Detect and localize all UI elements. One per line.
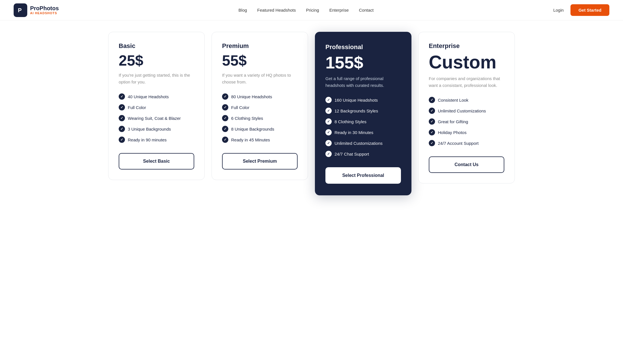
check-icon <box>222 93 228 100</box>
feature-item: 160 Unique Headshots <box>325 97 401 103</box>
plan-name-professional: Professional <box>325 43 401 51</box>
feature-list-professional: 160 Unique Headshots 12 Backgrounds Styl… <box>325 97 401 157</box>
nav-login[interactable]: Login <box>553 8 564 12</box>
feature-item: Consistent Look <box>429 97 504 103</box>
check-icon <box>325 108 332 114</box>
feature-text: 6 Clothing Styles <box>231 116 263 121</box>
feature-text: Full Color <box>231 105 249 110</box>
feature-text: Wearing Suit, Coat & Blazer <box>128 116 181 121</box>
navbar: P ProPhotos AI HEADSHOTS Blog Featured H… <box>0 0 623 20</box>
get-started-button[interactable]: Get Started <box>570 4 609 16</box>
feature-text: 8 Unique Backgrounds <box>231 127 274 131</box>
feature-item: Ready in 30 Minutes <box>325 129 401 135</box>
feature-item: Full Color <box>222 104 298 110</box>
check-icon <box>429 118 435 125</box>
plan-price-basic: 25$ <box>119 53 194 68</box>
check-icon <box>222 137 228 143</box>
feature-list-basic: 40 Unique Headshots Full Color Wearing S… <box>119 93 194 143</box>
check-icon <box>222 115 228 121</box>
logo-subtitle: AI HEADSHOTS <box>30 11 59 15</box>
feature-text: Holiday Photos <box>438 130 467 135</box>
feature-text: 40 Unique Headshots <box>128 94 169 99</box>
feature-item: Great for Gifting <box>429 118 504 125</box>
feature-list-premium: 80 Unique Headshots Full Color 6 Clothin… <box>222 93 298 143</box>
feature-item: Holiday Photos <box>429 129 504 135</box>
logo-text: ProPhotos AI HEADSHOTS <box>30 5 59 15</box>
feature-text: Ready in 90 minutes <box>128 137 167 142</box>
check-icon <box>429 108 435 114</box>
feature-list-enterprise: Consistent Look Unlimited Customizations… <box>429 97 504 146</box>
feature-text: 12 Backgrounds Styles <box>335 108 378 113</box>
feature-text: 80 Unique Headshots <box>231 94 272 99</box>
plan-price-premium: 55$ <box>222 53 298 68</box>
logo-name: ProPhotos <box>30 5 59 11</box>
select-premium-button[interactable]: Select Premium <box>222 153 298 170</box>
check-icon <box>325 97 332 103</box>
plan-desc-basic: If you're just getting started, this is … <box>119 72 194 85</box>
feature-text: Unlimited Customizations <box>335 141 382 146</box>
feature-item: 12 Backgrounds Styles <box>325 108 401 114</box>
check-icon <box>325 118 332 125</box>
check-icon <box>222 126 228 132</box>
feature-text: Great for Gifting <box>438 119 468 124</box>
select-professional-button[interactable]: Select Professional <box>325 167 401 184</box>
nav-pricing[interactable]: Pricing <box>306 8 319 12</box>
select-enterprise-button[interactable]: Contact Us <box>429 156 504 173</box>
check-icon <box>222 104 228 110</box>
feature-item: Full Color <box>119 104 194 110</box>
feature-item: 3 Unique Backgrounds <box>119 126 194 132</box>
feature-item: 6 Clothing Styles <box>222 115 298 121</box>
plan-desc-professional: Get a full range of professional headsho… <box>325 75 401 89</box>
check-icon <box>119 137 125 143</box>
nav-contact[interactable]: Contact <box>359 8 374 12</box>
feature-text: 160 Unique Headshots <box>335 98 378 102</box>
feature-text: Full Color <box>128 105 146 110</box>
plan-name-basic: Basic <box>119 42 194 50</box>
plan-price-professional: 155$ <box>325 54 401 71</box>
check-icon <box>429 140 435 146</box>
feature-text: 24/7 Chat Support <box>335 152 369 156</box>
check-icon <box>119 93 125 100</box>
select-basic-button[interactable]: Select Basic <box>119 153 194 170</box>
feature-item: Ready in 90 minutes <box>119 137 194 143</box>
feature-item: 24/7 Chat Support <box>325 151 401 157</box>
check-icon <box>325 151 332 157</box>
feature-item: Ready in 45 Minutes <box>222 137 298 143</box>
feature-text: Ready in 45 Minutes <box>231 137 270 142</box>
feature-text: 3 Unique Backgrounds <box>128 127 171 131</box>
feature-item: Wearing Suit, Coat & Blazer <box>119 115 194 121</box>
check-icon <box>429 97 435 103</box>
nav-links: Blog Featured Headshots Pricing Enterpri… <box>239 8 374 12</box>
check-icon <box>429 129 435 135</box>
plan-card-professional: Professional 155$ Get a full range of pr… <box>315 32 411 195</box>
feature-item: 80 Unique Headshots <box>222 93 298 100</box>
pricing-section: Basic 25$ If you're just getting started… <box>0 20 623 212</box>
nav-right: Login Get Started <box>553 4 609 16</box>
nav-enterprise[interactable]: Enterprise <box>329 8 349 12</box>
check-icon <box>325 129 332 135</box>
feature-item: Unlimited Customizations <box>429 108 504 114</box>
feature-item: 40 Unique Headshots <box>119 93 194 100</box>
check-icon <box>325 140 332 146</box>
feature-item: 24/7 Account Support <box>429 140 504 146</box>
plan-desc-enterprise: For companies and organizations that wan… <box>429 75 504 89</box>
feature-item: 8 Clothing Styles <box>325 118 401 125</box>
feature-item: Unlimited Customizations <box>325 140 401 146</box>
plan-name-premium: Premium <box>222 42 298 50</box>
feature-item: 8 Unique Backgrounds <box>222 126 298 132</box>
feature-text: Consistent Look <box>438 98 469 102</box>
feature-text: 24/7 Account Support <box>438 141 478 146</box>
logo[interactable]: P ProPhotos AI HEADSHOTS <box>14 3 59 17</box>
nav-blog[interactable]: Blog <box>239 8 247 12</box>
nav-featured-headshots[interactable]: Featured Headshots <box>257 8 296 12</box>
plan-name-enterprise: Enterprise <box>429 42 504 50</box>
check-icon <box>119 115 125 121</box>
feature-text: Unlimited Customizations <box>438 108 486 113</box>
plan-card-enterprise: Enterprise Custom For companies and orga… <box>418 32 515 183</box>
plan-card-basic: Basic 25$ If you're just getting started… <box>108 32 205 180</box>
svg-text:P: P <box>18 7 22 13</box>
check-icon <box>119 126 125 132</box>
plan-desc-premium: If you want a variety of HQ photos to ch… <box>222 72 298 85</box>
plan-card-premium: Premium 55$ If you want a variety of HQ … <box>212 32 308 180</box>
plan-price-enterprise: Custom <box>429 53 504 71</box>
